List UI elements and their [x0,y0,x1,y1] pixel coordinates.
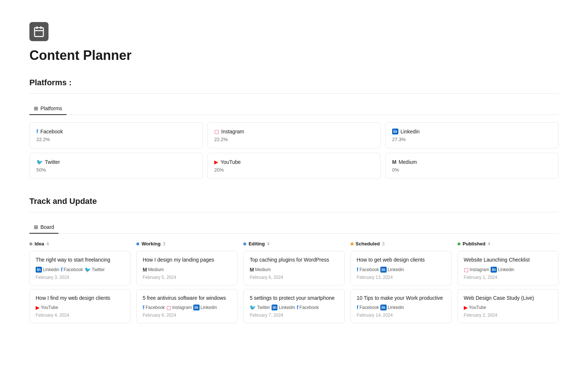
platform-percent: 22.2% [36,137,196,142]
card-date: February 4, 2024 [36,313,124,318]
card-title: 5 settings to protect your smartphone [250,295,338,302]
board-card[interactable]: 10 Tips to make your Work productive f F… [351,289,452,324]
twitter-icon: 🐦 [250,305,256,310]
column-status-label: Scheduled [356,241,380,247]
board-card[interactable]: Web Design Case Study (Live) ▶ YouTube F… [458,289,559,324]
facebook-icon: f [357,267,359,273]
platform-card-youtube[interactable]: ▶ YouTube 20% [207,153,381,179]
card-date: February 5, 2024 [143,275,231,280]
column-count: 4 [267,241,269,247]
youtube-icon: ▶ [214,159,218,165]
column-header: Scheduled 3 [351,241,452,247]
card-tags: ▢ Instagram in Linkedin [464,267,552,273]
tag-medium: M Medium [250,267,270,273]
card-title: How I design my landing pages [143,256,231,264]
linkedin-icon: in [272,305,278,310]
platform-name: ▢ Instagram [214,129,374,134]
board-card[interactable]: 5 free antivirus software for windows f … [136,289,237,324]
facebook-icon: f [297,305,298,310]
twitter-icon: 🐦 [85,267,91,273]
tag-instagram: ▢ Instagram [166,305,192,310]
page-title: Content Planner [29,48,559,63]
medium-icon: M [143,267,147,273]
instagram-icon: ▢ [214,129,219,134]
tag-linkedin: in Linkedin [380,305,404,310]
tag-medium: M Medium [143,267,164,273]
status-dot [243,242,246,245]
page-icon [29,22,49,41]
board-card[interactable]: Website Launching Checklist ▢ Instagram … [458,251,559,285]
card-date: February 6, 2024 [250,275,338,280]
board-heading: Track and Update [29,197,559,206]
card-title: Website Launching Checklist [464,256,552,264]
card-title: How I find my web design clients [36,295,124,302]
board-card[interactable]: The right way to start freelancing in Li… [29,251,130,285]
platform-card-facebook[interactable]: f Facebook 22.2% [29,122,203,148]
status-dot [29,242,32,245]
card-title: Web Design Case Study (Live) [464,295,552,302]
tag-facebook: f Facebook [357,305,379,310]
linkedin-icon: in [193,305,200,310]
platform-name: 🐦 Twitter [36,159,196,165]
tab-platforms[interactable]: ⊞ Platforms [29,102,67,115]
youtube-icon: ▶ [464,305,468,310]
platform-name: in Linkedin [392,129,552,134]
column-count: 3 [382,241,384,247]
platform-percent: 22.2% [214,137,374,142]
column-header: Working 3 [136,241,237,247]
card-tags: f Facebook in Linkedin [357,305,445,310]
tag-youtube: ▶ YouTube [36,305,58,310]
board-card[interactable]: How I find my web design clients ▶ YouTu… [29,289,130,324]
column-header: Editing 4 [243,241,344,247]
board-card[interactable]: 5 settings to protect your smartphone 🐦 … [243,289,344,324]
tag-facebook: f Facebook [357,267,379,273]
instagram-icon: ▢ [464,267,469,273]
tag-linkedin: in Linkedin [36,267,59,273]
tag-instagram: ▢ Instagram [464,267,489,273]
platform-card-instagram[interactable]: ▢ Instagram 22.2% [207,122,381,148]
platform-percent: 0% [392,167,552,173]
board-container: Idea 4 The right way to start freelancin… [29,241,559,327]
tag-linkedin: in Linkedin [272,305,295,310]
card-title: How to get web design clients [357,256,445,264]
card-tags: 🐦 Twitter in Linkedin f Facebook [250,305,338,310]
platform-name: ▶ YouTube [214,159,374,165]
board-icon: ⊞ [34,224,38,230]
twitter-icon: 🐦 [36,159,43,165]
tag-linkedin: in Linkedin [380,267,404,273]
tag-facebook: f Facebook [61,267,83,273]
platform-card-twitter[interactable]: 🐦 Twitter 50% [29,153,203,179]
youtube-icon: ▶ [36,305,40,310]
card-title: 5 free antivirus software for windows [143,295,231,302]
card-tags: f Facebook in Linkedin [357,267,445,273]
tag-twitter: 🐦 Twitter [250,305,270,310]
status-dot [136,242,139,245]
column-status-label: Editing [248,241,265,247]
card-tags: M Medium [143,267,231,273]
platform-card-medium[interactable]: M Medium 0% [385,153,559,179]
facebook-icon: f [357,305,359,310]
tag-twitter: 🐦 Twitter [85,267,105,273]
status-dot [458,242,460,245]
linkedin-icon: in [380,305,387,310]
tag-linkedin: in Linkedin [193,305,217,310]
platform-percent: 50% [36,167,196,173]
tab-board[interactable]: ⊞ Board [29,221,58,234]
card-date: February 1, 2024 [464,275,552,280]
board-card[interactable]: How to get web design clients f Facebook… [351,251,452,285]
card-date: February 7, 2024 [250,313,338,318]
platform-card-linkedin[interactable]: in Linkedin 27.3% [385,122,559,148]
board-tab-bar: ⊞ Board [29,221,559,234]
card-tags: in Linkedin f Facebook 🐦 Twitter [36,267,124,273]
column-status-label: Idea [35,241,44,247]
platforms-tab-bar: ⊞ Platforms [29,102,559,115]
board-card[interactable]: How I design my landing pages M Medium F… [136,251,237,285]
platform-percent: 27.3% [392,137,552,142]
board-divider [29,212,559,212]
board-column-working: Working 3 How I design my landing pages … [136,241,237,327]
platform-name: f Facebook [36,129,196,134]
board-card[interactable]: Top caching plugins for WordPress M Medi… [243,251,344,285]
board-column-idea: Idea 4 The right way to start freelancin… [29,241,130,327]
facebook-icon: f [36,129,38,134]
card-tags: ▶ YouTube [464,305,552,310]
